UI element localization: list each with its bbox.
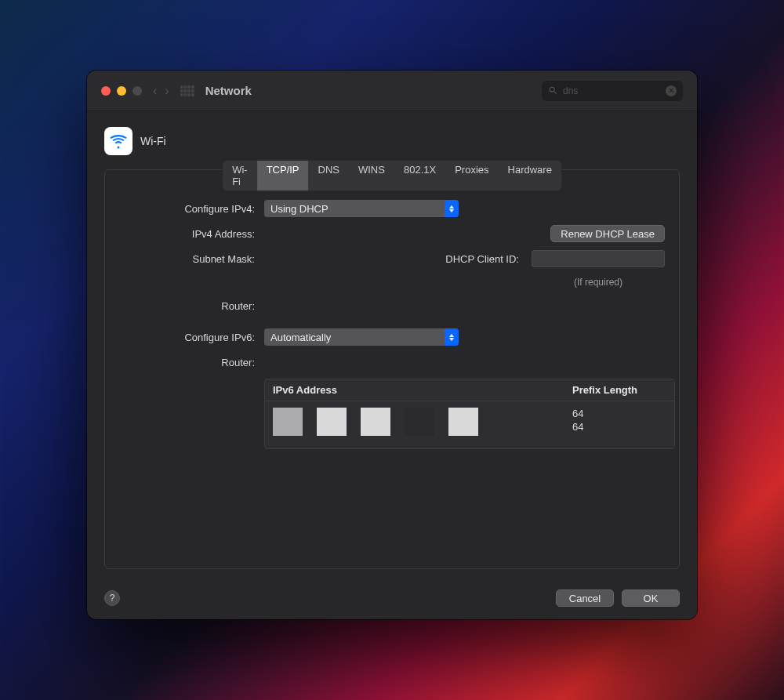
settings-panel: Wi-Fi TCP/IP DNS WINS 802.1X Proxies Har…: [104, 169, 680, 569]
tab-8021x[interactable]: 802.1X: [394, 161, 445, 190]
nav-arrows: ‹ ›: [153, 84, 169, 98]
redacted-block: [448, 408, 478, 436]
help-button[interactable]: ?: [104, 590, 120, 606]
network-preferences-window: ‹ › Network dns ✕ Wi-Fi Wi-Fi TCP/IP DNS…: [87, 71, 697, 619]
forward-button[interactable]: ›: [165, 84, 169, 98]
search-icon: [548, 85, 558, 96]
zoom-window-button: [132, 86, 142, 96]
show-all-icon[interactable]: [180, 85, 194, 96]
tab-tcpip[interactable]: TCP/IP: [257, 161, 309, 190]
configure-ipv4-label: Configure IPv4:: [119, 203, 264, 215]
prefix-length-value: 64: [572, 408, 666, 419]
ipv6-router-label: Router:: [119, 357, 264, 368]
col-prefix-length: Prefix Length: [572, 384, 666, 396]
footer: ? Cancel OK: [87, 580, 697, 619]
tab-proxies[interactable]: Proxies: [445, 161, 498, 190]
cancel-button[interactable]: Cancel: [556, 589, 614, 607]
tab-bar: Wi-Fi TCP/IP DNS WINS 802.1X Proxies Har…: [223, 161, 561, 190]
back-button[interactable]: ‹: [153, 84, 157, 98]
window-controls: [101, 86, 142, 96]
chevron-up-down-icon: [445, 200, 459, 217]
configure-ipv6-label: Configure IPv6:: [119, 332, 264, 343]
redacted-block: [405, 408, 434, 436]
dhcp-client-id-label: DHCP Client ID:: [445, 253, 519, 265]
ipv4-router-label: Router:: [119, 300, 264, 312]
ipv6-address-cell: [273, 408, 572, 436]
tab-wins[interactable]: WINS: [349, 161, 394, 190]
tab-hardware[interactable]: Hardware: [499, 161, 561, 190]
tab-dns[interactable]: DNS: [309, 161, 349, 190]
dhcp-client-id-input[interactable]: [532, 250, 665, 267]
configure-ipv4-select[interactable]: Using DHCP: [264, 200, 459, 217]
close-window-button[interactable]: [101, 86, 111, 96]
search-text: dns: [563, 85, 666, 96]
configure-ipv6-select[interactable]: Automatically: [264, 328, 459, 346]
window-title: Network: [205, 84, 252, 97]
col-ipv6-address: IPv6 Address: [273, 384, 572, 396]
prefix-length-value: 64: [572, 421, 666, 433]
search-field[interactable]: dns ✕: [542, 81, 683, 101]
renew-dhcp-lease-button[interactable]: Renew DHCP Lease: [550, 225, 665, 242]
clear-search-button[interactable]: ✕: [666, 85, 677, 96]
tab-wifi[interactable]: Wi-Fi: [223, 161, 257, 190]
minimize-window-button[interactable]: [117, 86, 126, 96]
redacted-block: [361, 408, 390, 436]
titlebar: ‹ › Network dns ✕: [87, 71, 697, 111]
redacted-block: [273, 408, 303, 436]
subnet-mask-label: Subnet Mask:: [119, 253, 264, 265]
redacted-block: [317, 408, 347, 436]
ok-button[interactable]: OK: [622, 589, 680, 607]
connection-header: Wi-Fi: [104, 127, 680, 155]
ipv4-address-label: IPv4 Address:: [119, 228, 264, 240]
connection-name: Wi-Fi: [140, 135, 166, 147]
dhcp-client-id-hint: (If required): [532, 277, 665, 288]
wifi-icon: [104, 127, 132, 155]
chevron-up-down-icon: [445, 328, 459, 346]
ipv6-address-table: IPv6 Address Prefix Length 64: [264, 379, 675, 449]
